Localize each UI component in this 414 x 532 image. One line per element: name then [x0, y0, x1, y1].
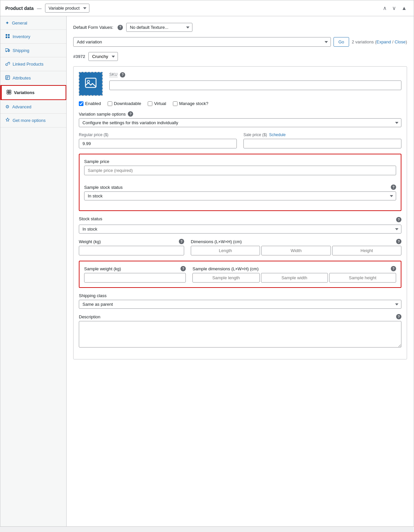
downloadable-checkbox[interactable] [108, 101, 112, 106]
enabled-checkbox-label[interactable]: Enabled [79, 101, 101, 106]
header-arrows: ∧ ∨ ▲ [381, 4, 409, 12]
sample-weight-dims-row: Sample weight (kg) ? Sample dimensions (… [84, 266, 396, 283]
attributes-icon [5, 75, 10, 81]
manage-stock-checkbox-label[interactable]: Manage stock? [173, 101, 208, 106]
sample-stock-select[interactable]: In stock [84, 191, 396, 200]
sample-stock-label: Sample stock status [84, 185, 123, 190]
sample-price-label: Sample price [84, 159, 396, 164]
sidebar-item-get-more-options[interactable]: Get more options [0, 114, 66, 128]
sample-weight-field: Sample weight (kg) ? [84, 266, 186, 283]
weight-input[interactable] [79, 246, 184, 255]
sidebar-item-variations[interactable]: Variations [0, 85, 66, 100]
page-wrapper: Product data — Variable product ∧ ∨ ▲ ✦ … [0, 0, 414, 532]
sale-price-input[interactable] [243, 139, 401, 148]
product-data-header: Product data — Variable product ∧ ∨ ▲ [0, 0, 414, 16]
weight-help-icon[interactable]: ? [179, 239, 184, 244]
sidebar-item-label-inventory: Inventory [13, 34, 30, 39]
length-input[interactable] [191, 246, 260, 255]
sidebar-item-label-general: General [12, 21, 27, 26]
get-more-options-icon [5, 118, 10, 123]
svg-rect-9 [6, 78, 8, 78]
sidebar-item-label-variations: Variations [14, 90, 34, 95]
header-dash: — [37, 6, 42, 11]
manage-stock-checkbox[interactable] [173, 101, 178, 106]
height-input[interactable] [332, 246, 401, 255]
sample-stock-label-row: Sample stock status ? [84, 185, 396, 190]
inventory-icon [5, 34, 10, 39]
sidebar-item-shipping[interactable]: Shipping [0, 44, 66, 57]
image-placeholder-icon [85, 77, 97, 91]
stock-status-label: Stock status [79, 216, 102, 221]
add-variation-select[interactable]: Add variation [73, 37, 331, 47]
description-textarea[interactable] [79, 321, 401, 347]
default-form-values-row: Default Form Values: ? No default Textur… [73, 23, 407, 32]
sample-dimensions-label: Sample dimensions (L×W×H) (cm) [192, 266, 258, 271]
sample-dimensions-help-icon[interactable]: ? [391, 266, 396, 271]
enabled-checkbox[interactable] [79, 101, 83, 106]
sample-weight-dims-section: Sample weight (kg) ? Sample dimensions (… [79, 261, 401, 288]
variation-name-select[interactable]: Crunchy [88, 52, 118, 61]
schedule-link[interactable]: Schedule [269, 133, 285, 137]
sample-weight-help-icon[interactable]: ? [181, 266, 186, 271]
stock-status-help-icon[interactable]: ? [396, 217, 401, 222]
collapse-up-button[interactable]: ∧ [381, 4, 389, 12]
sample-dimensions-inputs [192, 273, 396, 283]
sample-price-field: Sample price [84, 159, 396, 179]
sidebar-item-general[interactable]: ✦ General [0, 16, 66, 30]
collapse-all-button[interactable]: ▲ [399, 4, 409, 12]
expand-link[interactable]: Expand [376, 39, 391, 44]
linked-products-icon [5, 61, 10, 67]
sidebar-item-linked-products[interactable]: Linked Products [0, 57, 66, 71]
virtual-checkbox-label[interactable]: Virtual [148, 101, 166, 106]
go-button[interactable]: Go [334, 37, 349, 47]
sku-input[interactable] [109, 80, 401, 90]
sidebar-item-attributes[interactable]: Attributes [0, 71, 66, 85]
variation-image[interactable] [79, 72, 103, 96]
sample-width-input[interactable] [261, 273, 328, 283]
sidebar-item-label-linked-products: Linked Products [13, 62, 43, 67]
svg-rect-11 [7, 90, 9, 92]
sample-price-input[interactable] [84, 166, 396, 175]
weight-label: Weight (kg) [79, 239, 101, 244]
sidebar-item-label-attributes: Attributes [13, 76, 31, 80]
sidebar-item-inventory[interactable]: Inventory [0, 30, 66, 44]
sample-stock-help-icon[interactable]: ? [391, 185, 396, 190]
sample-height-input[interactable] [329, 273, 396, 283]
stock-status-select[interactable]: In stock [79, 225, 401, 234]
price-row: Regular price ($) Sale price ($) Schedul… [79, 133, 401, 148]
variation-sample-select[interactable]: Configure the settings for this variatio… [79, 118, 401, 127]
variations-icon [7, 90, 11, 95]
product-data-body: ✦ General Inventory Shipping [0, 16, 414, 526]
svg-rect-1 [8, 34, 10, 36]
variation-id: #3972 [73, 54, 85, 59]
sample-length-input[interactable] [192, 273, 259, 283]
shipping-class-select[interactable]: Same as parent [79, 300, 401, 309]
sample-stock-row: Sample stock status ? In stock [84, 185, 396, 200]
sku-help-icon[interactable]: ? [120, 72, 125, 78]
sidebar-item-advanced[interactable]: ⚙ Advanced [0, 100, 66, 114]
sample-weight-input[interactable] [84, 273, 186, 283]
sidebar-item-label-shipping: Shipping [13, 48, 29, 53]
close-link[interactable]: Close [394, 39, 405, 44]
regular-price-input[interactable] [79, 139, 237, 148]
dimensions-field: Dimensions (L×W×H) (cm) ? [191, 239, 401, 255]
variation-sample-help-icon[interactable]: ? [128, 111, 133, 117]
default-form-help-icon[interactable]: ? [118, 25, 123, 30]
description-row: Description ? [79, 314, 401, 348]
product-data-container: Product data — Variable product ∧ ∨ ▲ ✦ … [0, 0, 414, 527]
add-variation-row: Add variation Go 2 variations (Expand / … [73, 37, 407, 47]
virtual-checkbox[interactable] [148, 101, 152, 106]
width-input[interactable] [261, 246, 331, 255]
product-type-select[interactable]: Variable product [45, 4, 89, 13]
dimensions-label: Dimensions (L×W×H) (cm) [191, 239, 242, 244]
downloadable-checkbox-label[interactable]: Downloadable [108, 101, 141, 106]
dimensions-help-icon[interactable]: ? [396, 239, 401, 244]
default-form-select[interactable]: No default Texture... [126, 23, 192, 32]
sale-price-field: Sale price ($) Schedule [243, 133, 401, 148]
regular-price-label: Regular price ($) [79, 133, 237, 137]
description-help-icon[interactable]: ? [396, 314, 401, 319]
advanced-icon: ⚙ [5, 104, 10, 109]
variations-count: 2 variations (Expand / Close) [352, 39, 407, 44]
collapse-down-button[interactable]: ∨ [390, 4, 398, 12]
variation-sample-label: Variation sample options ? [79, 111, 401, 117]
